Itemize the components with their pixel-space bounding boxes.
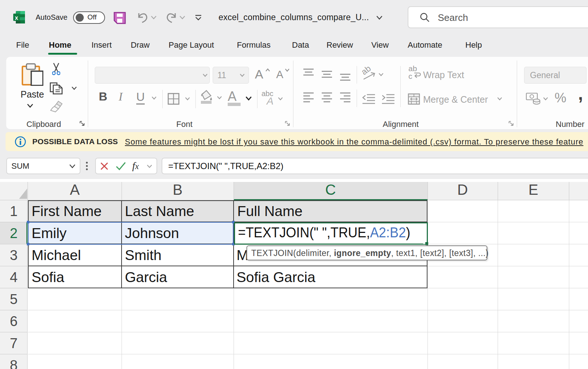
svg-text:x: x (15, 15, 18, 21)
